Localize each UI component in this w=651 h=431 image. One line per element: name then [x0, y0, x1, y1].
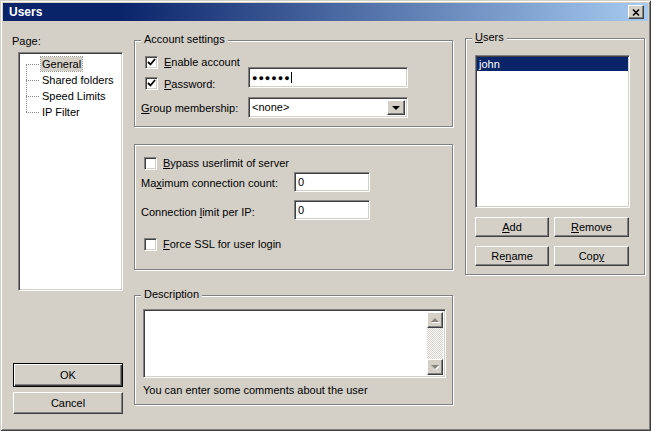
- add-user-button[interactable]: Add: [475, 217, 549, 237]
- copy-button-label: Copy: [579, 250, 605, 262]
- description-group-title: Description: [141, 288, 202, 301]
- add-button-label: Add: [502, 221, 522, 233]
- connection-limits-group: Bypass userlimit of server Maximum conne…: [134, 144, 453, 270]
- max-connection-input[interactable]: 0: [294, 172, 370, 192]
- connection-per-ip-input[interactable]: 0: [294, 200, 370, 220]
- titlebar[interactable]: Users: [3, 3, 648, 21]
- close-icon: [632, 9, 640, 16]
- check-icon: [147, 58, 156, 67]
- text-caret: [291, 72, 292, 83]
- password-checkbox[interactable]: [145, 77, 158, 90]
- page-label: Page:: [12, 35, 41, 48]
- bypass-userlimit-checkbox[interactable]: [144, 157, 157, 170]
- arrow-down-icon: [431, 365, 439, 373]
- password-input[interactable]: ●●●●●●: [248, 67, 408, 88]
- force-ssl-checkbox[interactable]: [144, 238, 157, 251]
- user-list-item[interactable]: john: [477, 57, 628, 71]
- tree-branch-icon: [26, 96, 39, 97]
- tree-branch-icon: [26, 64, 39, 65]
- tree-item-speed-limits[interactable]: Speed Limits: [19, 88, 122, 104]
- tree-item-label: Speed Limits: [41, 89, 107, 103]
- page-tree: General Shared folders Speed Limits IP F…: [18, 52, 123, 291]
- remove-button-label: Remove: [571, 221, 612, 233]
- users-listbox[interactable]: john: [475, 55, 630, 208]
- dropdown-button[interactable]: [387, 100, 405, 115]
- bypass-userlimit-label: Bypass userlimit of server: [163, 157, 289, 170]
- cancel-button[interactable]: Cancel: [13, 392, 123, 414]
- rename-button-label: Rename: [491, 250, 533, 262]
- vertical-scrollbar[interactable]: [427, 312, 443, 375]
- arrow-up-icon: [431, 314, 439, 322]
- description-textarea[interactable]: [143, 309, 446, 378]
- group-membership-select[interactable]: <none>: [248, 97, 408, 118]
- ok-button[interactable]: OK: [13, 363, 123, 387]
- tree-item-general[interactable]: General: [19, 56, 122, 72]
- remove-user-button[interactable]: Remove: [554, 217, 629, 237]
- group-membership-label: Group membership:: [141, 102, 238, 115]
- users-group-title: Users: [472, 31, 507, 44]
- ok-button-label: OK: [60, 369, 76, 381]
- password-value: ●●●●●●: [252, 73, 291, 83]
- check-icon: [147, 79, 156, 88]
- max-connection-label: Maximum connection count:: [141, 177, 278, 190]
- scroll-up-button[interactable]: [427, 312, 443, 328]
- users-dialog: Users Page: General Shared folders Speed…: [0, 0, 651, 431]
- tree-branch-icon: [26, 112, 39, 113]
- connection-per-ip-value: 0: [298, 204, 304, 216]
- scroll-down-button[interactable]: [427, 359, 443, 375]
- cancel-button-label: Cancel: [51, 397, 85, 409]
- max-connection-value: 0: [298, 176, 304, 188]
- user-name: john: [479, 58, 500, 70]
- account-settings-group: Account settings Enable account Password…: [134, 40, 453, 127]
- chevron-down-icon: [392, 106, 400, 114]
- description-hint: You can enter some comments about the us…: [143, 384, 368, 397]
- window-title: Users: [9, 5, 42, 19]
- tree-item-ip-filter[interactable]: IP Filter: [19, 104, 122, 120]
- account-settings-group-title: Account settings: [141, 33, 228, 46]
- password-label: Password:: [164, 78, 215, 91]
- connection-per-ip-label: Connection limit per IP:: [141, 206, 255, 219]
- close-button[interactable]: [628, 5, 644, 19]
- enable-account-checkbox[interactable]: [145, 56, 158, 69]
- group-membership-value: <none>: [252, 101, 289, 113]
- users-group: Users john Add Remove Rename Copy: [465, 38, 645, 275]
- force-ssl-label: Force SSL for user login: [163, 238, 281, 251]
- tree-item-label: General: [41, 57, 82, 71]
- enable-account-label: Enable account: [164, 56, 240, 69]
- tree-branch-icon: [26, 80, 39, 81]
- tree-item-shared-folders[interactable]: Shared folders: [19, 72, 122, 88]
- copy-user-button[interactable]: Copy: [554, 246, 629, 266]
- tree-item-label: Shared folders: [41, 73, 115, 87]
- rename-user-button[interactable]: Rename: [475, 246, 549, 266]
- description-group: Description You can enter some comments …: [134, 295, 453, 405]
- tree-item-label: IP Filter: [41, 105, 81, 119]
